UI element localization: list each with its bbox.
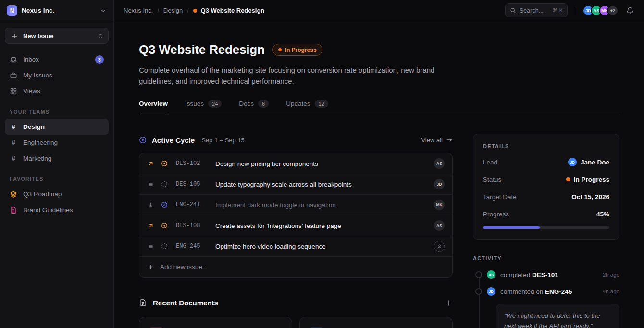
tab-issues[interactable]: Issues 24 [185,100,222,114]
tab-bar: Overview Issues 24 Docs 6 Updates 12 [139,100,619,114]
assignee-avatar[interactable]: AS [434,158,445,169]
status-in-progress-icon [161,222,168,229]
inbox-icon [10,56,17,63]
breadcrumb-separator: / [187,7,188,14]
search-icon [510,7,516,13]
topbar-divider [575,6,575,15]
teams-section-header: YOUR TEAMS [0,99,113,119]
activity-issue-ref[interactable]: DES-101 [532,271,558,278]
search-box[interactable]: ⌘ K [505,3,568,17]
new-issue-button[interactable]: New Issue C [5,28,109,44]
breadcrumb-current[interactable]: Q3 Website Redesign [193,7,265,14]
tab-label: Issues [185,100,204,107]
status-dot [278,48,282,51]
assignee-avatar[interactable]: JD [434,179,445,189]
status-in-progress-icon [161,160,168,167]
sidebar-item-q3-roadmap[interactable]: Q3 Roadmap [5,186,109,202]
workspace-switcher[interactable]: N Nexus Inc. [0,0,113,21]
issue-row[interactable]: ENG-245 Optimize hero video loading sequ… [139,236,452,257]
arrow-right-icon [446,137,453,143]
sidebar-item-my-issues[interactable]: My Issues [5,67,109,83]
member-avatar-stack: JD AS MK +2 [582,5,619,16]
tab-label: Docs [239,100,254,107]
sidebar-item-views[interactable]: Views [5,83,109,99]
recent-documents-title: Recent Documents [153,299,218,307]
tab-updates[interactable]: Updates 12 [286,100,328,114]
sidebar-item-team-design[interactable]: # Design [5,119,109,135]
activity-panel: ACTIVITY AS completed DES-101 2h ago [473,255,619,328]
content-columns: Active Cycle Sep 1 – Sep 15 View all [139,134,619,328]
issue-title: Create assets for 'Integrations' feature… [215,222,341,229]
detail-row-status: Status In Progress [483,175,609,184]
search-input[interactable] [520,7,547,14]
issue-row[interactable]: DES-108 Create assets for 'Integrations'… [139,215,452,236]
active-cycle-header: Active Cycle Sep 1 – Sep 15 View all [139,134,453,146]
sidebar-item-brand-guidelines[interactable]: Brand Guidelines [5,202,109,218]
assignee-avatar[interactable]: AS [434,220,445,231]
breadcrumb-team[interactable]: Design [163,7,183,14]
teams-nav: # Design # Engineering # Marketing [0,119,113,166]
view-all-link[interactable]: View all [421,137,453,144]
new-issue-label: New Issue [23,32,54,39]
avatar-overflow[interactable]: +2 [607,5,619,16]
issue-title: Optimize hero video loading sequence [215,243,326,250]
side-column: DETAILS Lead JD Jane Doe Status In Progr… [473,134,619,328]
plus-icon [11,33,18,39]
tab-docs[interactable]: Docs 6 [239,100,269,114]
unassigned-avatar[interactable] [434,241,445,252]
new-issue-shortcut: C [99,33,102,39]
activity-issue-ref[interactable]: ENG-245 [545,288,572,295]
chevron-down-icon [100,7,107,14]
cycle-icon [139,136,147,144]
status-badge[interactable]: In Progress [272,44,322,56]
grid-icon [10,88,17,95]
lead-value[interactable]: JD Jane Doe [568,158,609,166]
detail-row-lead: Lead JD Jane Doe [483,158,609,166]
page-content: Q3 Website Redesign In Progress Complete… [114,21,644,328]
timeline-node [475,271,482,278]
top-bar: Nexus Inc. / Design / Q3 Website Redesig… [114,0,644,21]
tab-count-badge: 6 [258,100,269,108]
issue-id: DES-105 [176,181,208,188]
lead-name: Jane Doe [581,159,609,166]
issue-row[interactable]: DES-105 Update typography scale across a… [139,174,452,195]
tab-overview[interactable]: Overview [139,100,168,114]
plus-icon [445,299,453,307]
hash-icon: # [10,155,17,163]
activity-item[interactable]: JD commented on ENG-245 4h ago [473,287,619,296]
document-card[interactable] [139,317,292,328]
sidebar-item-team-engineering[interactable]: # Engineering [5,135,109,151]
issue-row[interactable]: ENG-241 Implement dark mode toggle in na… [139,195,452,215]
tab-count-badge: 12 [315,100,328,108]
team-label: Marketing [23,155,51,162]
issue-row[interactable]: DES-102 Design new pricing tier componen… [139,153,452,174]
assignee-avatar[interactable]: MK [434,200,445,210]
sidebar-item-inbox[interactable]: Inbox 3 [5,51,109,67]
bell-icon[interactable] [626,6,634,15]
progress-bar-fill [483,226,540,229]
add-issue-button[interactable]: Add new issue... [139,257,452,277]
document-icon [139,299,147,307]
progress-value: 45% [596,211,609,218]
activity-item[interactable]: AS completed DES-101 2h ago [473,270,619,279]
priority-urgent-icon [147,161,154,167]
cycle-title: Active Cycle [152,136,195,144]
breadcrumb-workspace[interactable]: Nexus Inc. [124,7,153,14]
document-card[interactable] [299,317,453,328]
issue-id: ENG-245 [176,243,208,250]
target-date-value[interactable]: Oct 15, 2026 [571,193,609,201]
activity-action: commented on [500,288,543,295]
activity-action: completed [500,271,530,278]
sidebar-item-team-marketing[interactable]: # Marketing [5,151,109,166]
project-status-dot [193,9,197,13]
recent-documents-header: Recent Documents [139,299,453,307]
favorite-label: Q3 Roadmap [23,190,62,198]
activity-timestamp: 2h ago [603,272,619,278]
status-value[interactable]: In Progress [566,176,609,183]
breadcrumb-current-label: Q3 Website Redesign [201,7,265,14]
topbar-actions: ⌘ K JD AS MK +2 [505,3,634,17]
avatar: JD [487,287,495,296]
activity-text: commented on ENG-245 [500,288,572,295]
priority-low-icon [147,202,154,208]
add-document-button[interactable] [445,299,453,307]
